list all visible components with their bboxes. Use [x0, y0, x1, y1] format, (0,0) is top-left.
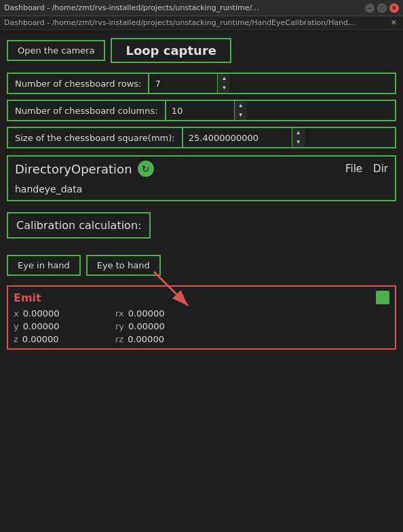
cols-field-wrapper: ▲ ▼ — [165, 101, 247, 120]
directory-refresh-icon[interactable]: ↻ — [138, 161, 154, 177]
rows-spinbox: ▲ ▼ — [217, 74, 230, 93]
directory-file-link[interactable]: File — [345, 163, 362, 175]
result-y-label: y — [14, 321, 19, 331]
result-x-label: x — [14, 308, 19, 319]
square-spin-up[interactable]: ▲ — [292, 128, 305, 138]
eye-to-hand-button[interactable]: Eye to hand — [86, 255, 161, 276]
square-label: Size of the chessboard square(mm): — [8, 129, 182, 147]
directory-title: DirectoryOperation — [15, 162, 132, 176]
results-header: Emit — [14, 291, 389, 304]
square-input-row: Size of the chessboard square(mm): ▲ ▼ — [7, 127, 396, 148]
result-z-value: 0.00000 — [22, 334, 59, 344]
result-rx-value: 0.00000 — [128, 308, 165, 319]
result-y-cell: y 0.00000 — [14, 321, 95, 331]
cols-spin-up[interactable]: ▲ — [235, 101, 247, 110]
cols-label: Number of chessboard columns: — [8, 102, 165, 120]
title-bar: Dashboard - /home/zmt/rvs-installed/proj… — [0, 0, 403, 16]
rows-input-row: Number of chessboard rows: ▲ ▼ — [7, 73, 396, 94]
square-spinbox: ▲ ▼ — [292, 128, 305, 147]
emit-button[interactable] — [376, 291, 389, 304]
result-ry-label: ry — [115, 321, 124, 331]
main-content: Open the camera Loop capture Number of c… — [0, 30, 403, 532]
top-button-row: Open the camera Loop capture — [7, 38, 396, 63]
result-rz-label: rz — [115, 334, 123, 344]
rows-spin-up[interactable]: ▲ — [218, 74, 230, 83]
square-field-wrapper: ▲ ▼ — [182, 128, 305, 147]
square-input[interactable] — [183, 129, 292, 147]
maximize-button[interactable]: □ — [377, 3, 387, 13]
cols-spinbox: ▲ ▼ — [234, 101, 247, 120]
result-rz-cell: rz 0.00000 — [115, 334, 164, 344]
result-row-y: y 0.00000 ry 0.00000 — [14, 321, 389, 331]
result-row-x: x 0.00000 rx 0.00000 — [14, 308, 389, 319]
directory-dir-link[interactable]: Dir — [373, 163, 388, 175]
minimize-button[interactable]: – — [365, 3, 375, 13]
result-y-value: 0.00000 — [23, 321, 60, 331]
calibration-title: Calibration calculation: — [16, 219, 141, 232]
title-bar-text: Dashboard - /home/zmt/rvs-installed/proj… — [4, 3, 365, 12]
result-ry-cell: ry 0.00000 — [115, 321, 165, 331]
directory-section: DirectoryOperation ↻ File Dir handeye_da… — [7, 155, 396, 201]
directory-path: handeye_data — [8, 181, 395, 200]
rows-label: Number of chessboard rows: — [8, 75, 148, 93]
sub-title-close-button[interactable]: ✕ — [389, 18, 399, 27]
eye-in-hand-button[interactable]: Eye in hand — [7, 255, 81, 276]
result-rx-label: rx — [115, 308, 124, 319]
title-bar-controls: – □ ✕ — [365, 3, 399, 13]
results-wrapper: Emit x 0.00000 rx 0.00000 y 0.00000 — [7, 285, 396, 350]
cols-input-row: Number of chessboard columns: ▲ ▼ — [7, 100, 396, 121]
square-spin-down[interactable]: ▼ — [292, 138, 305, 147]
result-ry-value: 0.00000 — [128, 321, 165, 331]
results-section: Emit x 0.00000 rx 0.00000 y 0.00000 — [7, 285, 396, 350]
rows-field-wrapper: ▲ ▼ — [148, 74, 230, 93]
result-rx-cell: rx 0.00000 — [115, 308, 164, 319]
result-x-cell: x 0.00000 — [14, 308, 95, 319]
open-camera-button[interactable]: Open the camera — [7, 40, 105, 61]
cols-spin-down[interactable]: ▼ — [235, 110, 247, 120]
rows-input[interactable] — [149, 75, 217, 93]
emit-label: Emit — [14, 291, 41, 304]
rows-spin-down[interactable]: ▼ — [218, 83, 230, 93]
result-z-label: z — [14, 334, 18, 344]
calibration-title-box: Calibration calculation: — [7, 212, 151, 239]
sub-title-bar: Dashboard - /home/zmt/rvs-installed/proj… — [0, 16, 403, 30]
loop-capture-button[interactable]: Loop capture — [111, 38, 231, 63]
calibration-section: Calibration calculation: — [7, 212, 396, 248]
cols-input[interactable] — [166, 102, 234, 120]
result-row-z: z 0.00000 rz 0.00000 — [14, 334, 389, 344]
result-x-value: 0.00000 — [23, 308, 60, 319]
close-button[interactable]: ✕ — [389, 3, 399, 13]
directory-links: File Dir — [345, 163, 388, 175]
result-rz-value: 0.00000 — [128, 334, 164, 344]
sub-title-text: Dashboard - /home/zmt/rvs-installed/proj… — [4, 18, 389, 27]
result-z-cell: z 0.00000 — [14, 334, 95, 344]
calibration-button-row: Eye in hand Eye to hand — [7, 255, 396, 276]
arrow-area: Eye to hand — [86, 255, 161, 276]
directory-top-row: DirectoryOperation ↻ File Dir — [8, 157, 395, 181]
